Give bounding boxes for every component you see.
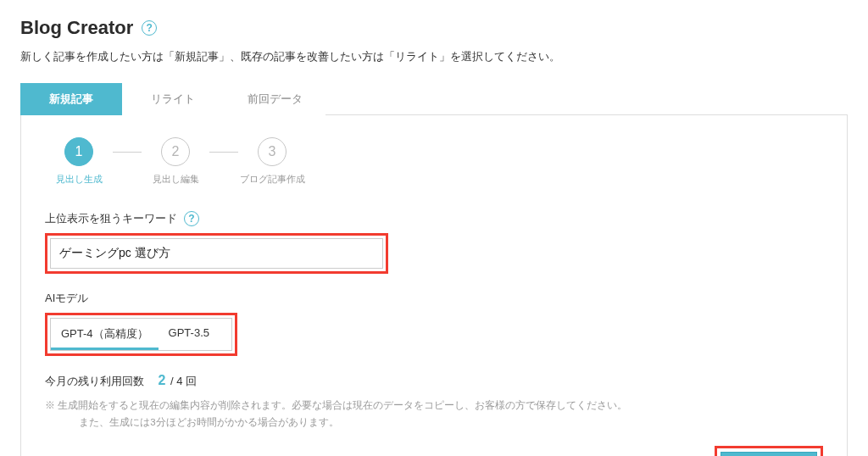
step-connector bbox=[113, 152, 142, 153]
step-connector bbox=[209, 152, 238, 153]
tab-bar: 新規記事 リライト 前回データ bbox=[20, 83, 848, 115]
tab-new-article[interactable]: 新規記事 bbox=[20, 83, 122, 115]
note-line-1: ※ 生成開始をすると現在の編集内容が削除されます。必要な場合は現在のデータをコピ… bbox=[45, 398, 823, 414]
model-label: AIモデル bbox=[45, 291, 88, 306]
keyword-label: 上位表示を狙うキーワード bbox=[45, 211, 177, 226]
help-icon[interactable]: ? bbox=[184, 211, 199, 226]
keyword-input[interactable] bbox=[50, 238, 383, 269]
step-circle-3: 3 bbox=[258, 137, 287, 166]
note-block: ※ 生成開始をすると現在の編集内容が削除されます。必要な場合は現在のデータをコピ… bbox=[45, 398, 823, 431]
stepper: 1 見出し生成 2 見出し編集 3 ブログ記事作成 bbox=[45, 137, 823, 186]
step-3: 3 ブログ記事作成 bbox=[238, 137, 306, 186]
model-highlight: GPT-4（高精度） GPT-3.5 bbox=[45, 313, 237, 356]
usage-label: 今月の残り利用回数 bbox=[45, 375, 144, 387]
generate-highlight: 生成開始 bbox=[715, 446, 823, 456]
model-option-gpt35[interactable]: GPT-3.5 bbox=[159, 319, 220, 350]
model-option-gpt4[interactable]: GPT-4（高精度） bbox=[51, 319, 159, 350]
model-toggle: GPT-4（高精度） GPT-3.5 bbox=[50, 318, 232, 351]
model-field: AIモデル GPT-4（高精度） GPT-3.5 bbox=[45, 291, 823, 356]
step-label-1: 見出し生成 bbox=[56, 173, 103, 186]
note-line-2: また、生成には3分ほどお時間がかかる場合があります。 bbox=[45, 414, 823, 431]
step-1: 1 見出し生成 bbox=[45, 137, 113, 186]
usage-current: 2 bbox=[158, 373, 165, 387]
action-row: 生成開始 bbox=[45, 446, 823, 456]
page-title: Blog Creator bbox=[20, 17, 133, 39]
keyword-field: 上位表示を狙うキーワード ? bbox=[45, 211, 823, 274]
step-label-2: 見出し編集 bbox=[153, 173, 199, 186]
usage-sep: / bbox=[167, 375, 176, 387]
tab-previous-data[interactable]: 前回データ bbox=[224, 83, 326, 115]
usage-row: 今月の残り利用回数 2 / 4 回 bbox=[45, 373, 823, 389]
step-circle-1: 1 bbox=[64, 137, 93, 166]
help-icon[interactable]: ? bbox=[142, 20, 157, 36]
keyword-highlight bbox=[45, 233, 388, 274]
usage-total: 4 回 bbox=[176, 375, 197, 387]
main-panel: 1 見出し生成 2 見出し編集 3 ブログ記事作成 上位表示を狙うキーワード ?… bbox=[20, 115, 848, 456]
page-header: Blog Creator ? bbox=[20, 17, 848, 39]
tab-rewrite[interactable]: リライト bbox=[122, 83, 224, 115]
step-2: 2 見出し編集 bbox=[142, 137, 209, 186]
step-label-3: ブログ記事作成 bbox=[240, 173, 305, 186]
page-subtitle: 新しく記事を作成したい方は「新規記事」、既存の記事を改善したい方は「リライト」を… bbox=[20, 49, 848, 64]
generate-button[interactable]: 生成開始 bbox=[721, 452, 817, 456]
step-circle-2: 2 bbox=[161, 137, 190, 166]
